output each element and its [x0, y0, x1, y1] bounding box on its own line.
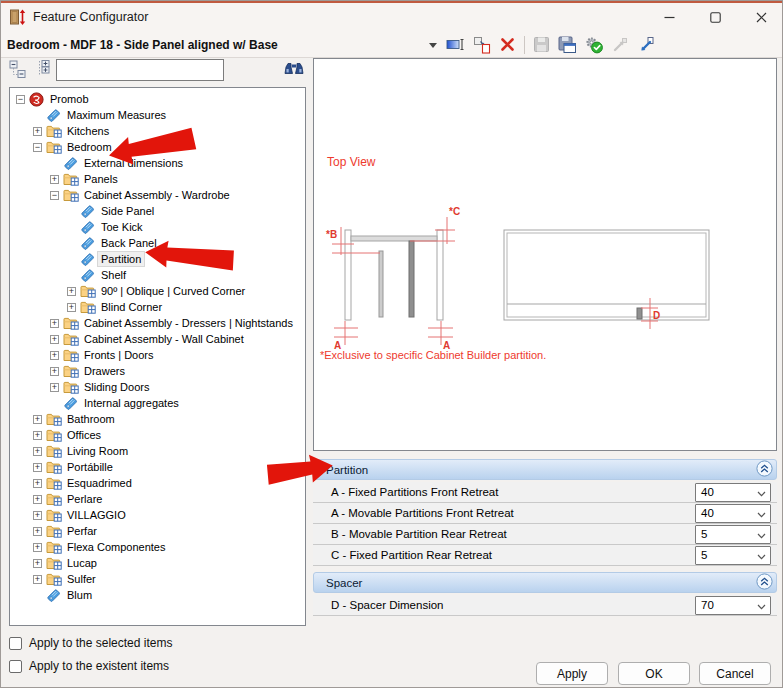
tree-item[interactable]: +Living Room — [10, 443, 305, 459]
expand-icon[interactable]: + — [33, 495, 42, 504]
collapse-icon[interactable]: − — [16, 95, 25, 104]
import-icon[interactable] — [610, 35, 629, 54]
apply-existent-checkbox-row[interactable]: Apply to the existent items — [9, 659, 169, 673]
tree-item-label: Esquadrimed — [64, 476, 135, 490]
tree-item[interactable]: +Portábille — [10, 459, 305, 475]
ok-button[interactable]: OK — [618, 662, 690, 685]
tree-item[interactable]: +90º | Oblique | Curved Corner — [10, 283, 305, 299]
expand-icon[interactable]: + — [33, 559, 42, 568]
value-dropdown[interactable]: 40 — [695, 483, 771, 502]
apply-selected-checkbox[interactable] — [9, 637, 22, 650]
toolbar-separator — [524, 36, 525, 54]
expand-icon[interactable]: + — [33, 431, 42, 440]
maximize-button[interactable] — [692, 3, 738, 31]
collapse-section-icon[interactable] — [756, 460, 773, 479]
tree-item[interactable]: Internal aggregates — [10, 395, 305, 411]
section-rows: A - Fixed Partitions Front Retreat40A - … — [313, 482, 777, 566]
collapse-section-icon[interactable] — [756, 573, 773, 592]
duplicate-icon[interactable] — [472, 35, 491, 54]
expand-icon[interactable]: + — [50, 367, 59, 376]
tree-item-label: VILLAGGIO — [64, 508, 129, 522]
value-dropdown[interactable]: 40 — [695, 504, 771, 523]
tree-item[interactable]: +Cabinet Assembly - Wall Cabinet — [10, 331, 305, 347]
expand-icon[interactable]: + — [33, 447, 42, 456]
tree-item[interactable]: External dimensions — [10, 155, 305, 171]
tree-item[interactable]: Toe Kick — [10, 219, 305, 235]
expand-icon[interactable]: + — [50, 351, 59, 360]
expand-icon[interactable]: + — [33, 127, 42, 136]
expand-all-icon[interactable] — [37, 60, 55, 78]
expand-icon[interactable]: + — [33, 479, 42, 488]
tree-item[interactable]: Back Panel — [10, 235, 305, 251]
tree-item[interactable]: +Offices — [10, 427, 305, 443]
section-header[interactable]: Spacer — [313, 572, 777, 593]
tree-item[interactable]: +Perfar — [10, 523, 305, 539]
delete-icon[interactable] — [498, 35, 517, 54]
tree-item[interactable]: +Blind Corner — [10, 299, 305, 315]
save-as-icon[interactable] — [558, 35, 577, 54]
value-dropdown[interactable]: 70 — [695, 596, 771, 615]
minimize-button[interactable] — [646, 3, 692, 31]
expand-icon[interactable]: + — [33, 527, 42, 536]
tree-item-label: Promob — [47, 92, 92, 106]
tree-item[interactable]: +Fronts | Doors — [10, 347, 305, 363]
value-dropdown[interactable]: 5 — [695, 525, 771, 544]
expand-icon[interactable]: + — [33, 415, 42, 424]
tree-search-input[interactable] — [56, 59, 224, 81]
tree-item[interactable]: +Sulfer — [10, 571, 305, 587]
dim-label-a-right: A — [443, 340, 450, 351]
tree-item[interactable]: +Kitchens — [10, 123, 305, 139]
expand-icon[interactable]: + — [33, 511, 42, 520]
dropdown-value: 5 — [701, 528, 707, 540]
apply-button[interactable]: Apply — [536, 662, 608, 685]
find-icon[interactable] — [284, 61, 304, 77]
tree-item[interactable]: +Panels — [10, 171, 305, 187]
parameter-row: A - Movable Partitions Front Retreat40 — [313, 503, 777, 524]
minimize-icon — [664, 12, 675, 23]
tree-item[interactable]: −Bedroom — [10, 139, 305, 155]
tree-item[interactable]: Blum — [10, 587, 305, 603]
tree-item[interactable]: −Cabinet Assembly - Wardrobe — [10, 187, 305, 203]
tree-item[interactable]: +Sliding Doors — [10, 379, 305, 395]
tree-item[interactable]: +Flexa Componentes — [10, 539, 305, 555]
collapse-all-icon[interactable] — [9, 60, 27, 78]
expand-icon[interactable]: + — [50, 319, 59, 328]
chevron-down-icon — [757, 546, 766, 564]
expand-icon[interactable]: + — [33, 543, 42, 552]
expand-icon[interactable]: + — [67, 303, 76, 312]
apply-existent-checkbox[interactable] — [9, 660, 22, 673]
tree-item[interactable]: +Lucap — [10, 555, 305, 571]
cancel-button[interactable]: Cancel — [699, 662, 771, 685]
tree-item[interactable]: Maximum Measures — [10, 107, 305, 123]
expand-icon[interactable]: + — [50, 335, 59, 344]
preset-dropdown[interactable]: Bedroom - MDF 18 - Side Panel aligned w/… — [1, 31, 441, 58]
tree-item[interactable]: +Drawers — [10, 363, 305, 379]
tree-connector — [33, 591, 42, 600]
tree-item[interactable]: +Perlare — [10, 491, 305, 507]
expand-icon[interactable]: + — [50, 383, 59, 392]
apply-config-icon[interactable] — [584, 35, 603, 54]
collapse-icon[interactable]: − — [50, 191, 59, 200]
tree-item[interactable]: +Cabinet Assembly - Dressers | Nightstan… — [10, 315, 305, 331]
export-icon[interactable] — [636, 35, 655, 54]
tree-item[interactable]: Shelf — [10, 267, 305, 283]
rename-icon[interactable] — [446, 35, 465, 54]
expand-icon[interactable]: + — [67, 287, 76, 296]
tree-item[interactable]: +Esquadrimed — [10, 475, 305, 491]
apply-selected-checkbox-row[interactable]: Apply to the selected items — [9, 636, 172, 650]
tree-item[interactable]: +Bathroom — [10, 411, 305, 427]
section-header[interactable]: Partition — [313, 459, 777, 480]
expand-icon[interactable]: + — [33, 463, 42, 472]
expand-icon[interactable]: + — [50, 175, 59, 184]
save-icon[interactable] — [532, 35, 551, 54]
tree-connector — [67, 255, 76, 264]
tree-item[interactable]: +VILLAGGIO — [10, 507, 305, 523]
tree-item[interactable]: Partition — [10, 251, 305, 267]
value-dropdown[interactable]: 5 — [695, 546, 771, 565]
dropdown-value: 40 — [701, 507, 714, 519]
close-button[interactable] — [738, 3, 783, 31]
collapse-icon[interactable]: − — [33, 143, 42, 152]
tree-item[interactable]: −Promob — [10, 91, 305, 107]
expand-icon[interactable]: + — [33, 575, 42, 584]
tree-item[interactable]: Side Panel — [10, 203, 305, 219]
